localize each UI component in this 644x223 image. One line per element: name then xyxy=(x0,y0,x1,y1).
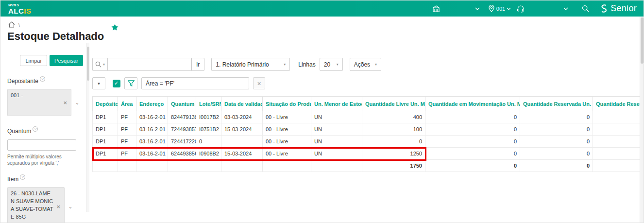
table-cell: 0 xyxy=(520,123,593,136)
actions-menu-button[interactable]: Ações ▾ xyxy=(350,58,381,71)
senior-brand-text: Senior xyxy=(610,3,637,14)
column-header[interactable]: Lote/SRN xyxy=(196,97,221,111)
table-cell xyxy=(311,160,362,172)
report-search-input[interactable] xyxy=(108,58,191,71)
org-code-value[interactable]: 001 xyxy=(496,6,505,12)
org-chevron-down-icon[interactable] xyxy=(507,7,511,10)
table-cell xyxy=(168,160,196,172)
table-cell: 0 xyxy=(520,136,593,148)
table-cell: 00 - Livre xyxy=(263,111,311,123)
rows-label: Linhas xyxy=(298,61,315,68)
help-icon[interactable]: ? xyxy=(33,126,38,132)
table-cell: 724417220 xyxy=(168,136,196,148)
report-select[interactable]: 1. Relatório Primário ▾ xyxy=(211,58,290,71)
filter-expression[interactable]: Área = 'PF' xyxy=(141,77,249,89)
help-icon[interactable]: ? xyxy=(40,76,45,82)
table-cell: UN xyxy=(311,111,362,123)
column-header[interactable]: Data de validade xyxy=(221,97,263,111)
headset-icon[interactable] xyxy=(517,5,525,13)
table-row: DP1PF03-16-2-01724493857I0751B215-03-202… xyxy=(93,123,641,136)
table-cell: PF xyxy=(118,111,136,123)
table-header-row: DepósitoÁreaEndereçoQuantumLote/SRNData … xyxy=(93,97,641,111)
page-title: Estoque Detalhado xyxy=(7,30,644,43)
table-cell: UN xyxy=(311,136,362,148)
page-scrollbar[interactable] xyxy=(640,17,644,223)
table-cell: 624493856 xyxy=(168,148,196,160)
item-select: 26 - N030-LAMEN SUAVE MONICA SUAVE-TOMAT… xyxy=(7,187,86,223)
table-cell: 0 xyxy=(362,136,425,148)
depositante-chevron-down-icon[interactable]: ⌄ xyxy=(71,89,83,116)
building-icon[interactable] xyxy=(432,5,440,12)
table-cell: 724493857 xyxy=(168,123,196,136)
column-header[interactable]: Un. Menor de Estoque xyxy=(311,97,362,111)
column-header[interactable]: Endereço xyxy=(136,97,168,111)
table-cell: UN xyxy=(311,123,362,136)
table-cell: 0 xyxy=(425,160,520,172)
top-bar: wms ALCIS 001 xyxy=(0,0,644,17)
content-area: Limpar Pesquisar Depositante? 001 - × ⌄ … xyxy=(0,43,644,223)
column-header[interactable]: Quantum xyxy=(168,97,196,111)
active-filter-row: ▾ Área = 'PF' × xyxy=(92,77,644,89)
item-label: Item xyxy=(7,176,18,183)
column-header[interactable]: Situação do Produto xyxy=(263,97,311,111)
table-cell: PF xyxy=(118,148,136,160)
search-button[interactable]: Pesquisar xyxy=(50,55,83,66)
rows-select[interactable]: 20 ▾ xyxy=(320,58,343,71)
item-tag[interactable]: 26 - N030-LAMEN SUAVE MONICA SUAVE-TOMAT… xyxy=(7,187,65,223)
logo-alcis-text: ALCIS xyxy=(8,7,32,15)
logo-alcis-white: ALC xyxy=(8,7,24,15)
table-cell: I0017B2 xyxy=(196,111,221,123)
depositante-value: 001 - xyxy=(11,92,55,113)
page-scrollbar-thumb[interactable] xyxy=(641,17,644,64)
help-icon[interactable]: ? xyxy=(20,174,25,180)
chevron-down-icon-2[interactable] xyxy=(563,7,568,10)
table-row: DP1PF03-16-2-01824479139I0017B203-03-202… xyxy=(93,111,641,123)
filter-funnel-button[interactable] xyxy=(124,77,137,89)
location-pin-icon[interactable] xyxy=(489,5,494,12)
chevron-down-icon: ▾ xyxy=(103,62,105,67)
clear-button[interactable]: Limpar xyxy=(20,55,47,66)
table-cell: 00 - Livre xyxy=(263,123,311,136)
home-icon[interactable] xyxy=(8,21,15,30)
column-header[interactable]: Quantidade Reservada Un. Menor xyxy=(520,97,593,111)
table-cell: 0 xyxy=(425,123,520,136)
sidebar-scrollbar[interactable] xyxy=(86,43,89,212)
remove-tag-icon[interactable]: × xyxy=(62,99,68,106)
table-cell: 0 xyxy=(520,160,593,172)
column-header[interactable]: Quantidade em Movimentação Un. Menor xyxy=(425,97,520,111)
table-row: DP1PF03-16-2-01724417220000 - LivreUN000 xyxy=(93,136,641,148)
logo-alcis-yellow: IS xyxy=(24,7,31,15)
column-header[interactable]: Quantidade Livre Un. Menor xyxy=(362,97,425,111)
collapse-filters-button[interactable]: ▾ xyxy=(92,77,105,89)
item-chevron-down-icon[interactable]: ⌄ xyxy=(65,187,76,223)
column-header[interactable]: Área xyxy=(118,97,136,111)
sidebar-scrollbar-thumb[interactable] xyxy=(87,47,89,81)
alcis-logo: wms ALCIS xyxy=(8,3,32,15)
remove-tag-icon[interactable]: × xyxy=(55,203,61,210)
column-header[interactable]: Quantidade Reser xyxy=(593,97,641,111)
chevron-down-icon[interactable] xyxy=(475,7,480,10)
depositante-tag[interactable]: 001 - × xyxy=(7,89,71,116)
breadcrumb-separator: \ xyxy=(18,22,20,28)
table-cell: 824479139 xyxy=(168,111,196,123)
favorite-star-icon[interactable] xyxy=(111,24,119,33)
table-cell: 0 xyxy=(520,148,593,160)
remove-filter-button[interactable]: × xyxy=(253,77,265,89)
table-cell xyxy=(221,160,263,172)
quantum-helper-text: Permite múltiplos valores separados por … xyxy=(7,154,79,167)
chevron-down-icon: ▾ xyxy=(370,62,377,67)
column-header[interactable]: Depósito xyxy=(93,97,118,111)
search-icon[interactable] xyxy=(582,5,589,12)
table-cell: DP1 xyxy=(93,136,118,148)
table-cell: 03-16-2-01 xyxy=(136,148,168,160)
table-cell: DP1 xyxy=(93,123,118,136)
filter-sidebar: Limpar Pesquisar Depositante? 001 - × ⌄ … xyxy=(0,43,86,223)
item-value: 26 - N030-LAMEN SUAVE MONICA SUAVE-TOMAT… xyxy=(11,190,53,223)
topbar-actions: 001 Senior xyxy=(432,3,637,14)
quantum-input[interactable] xyxy=(7,139,76,151)
filter-enabled-checkbox[interactable] xyxy=(113,80,120,87)
table-cell: 03-16-2-01 xyxy=(136,111,168,123)
go-button[interactable]: Ir xyxy=(191,58,204,71)
search-column-selector[interactable]: ▾ xyxy=(92,58,108,71)
table-cell xyxy=(196,160,221,172)
